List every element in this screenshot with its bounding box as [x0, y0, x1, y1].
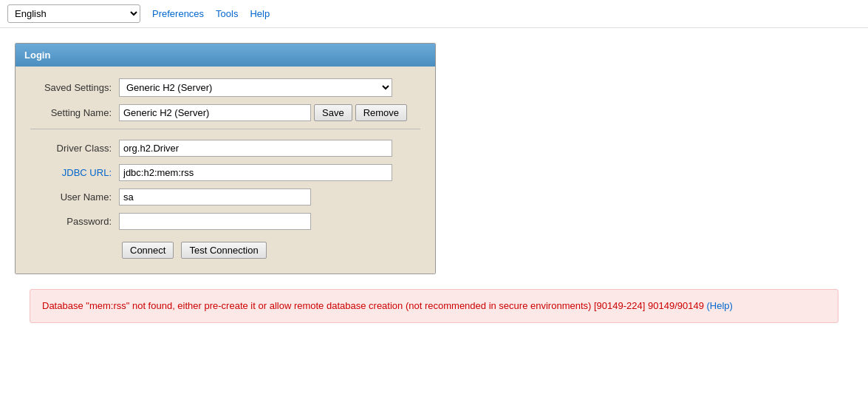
- driver-class-input[interactable]: [119, 140, 392, 157]
- password-input[interactable]: [119, 213, 311, 230]
- saved-settings-label: Saved Settings:: [30, 82, 119, 93]
- action-buttons-row: Connect Test Connection: [119, 242, 420, 259]
- login-panel-body: Saved Settings: Generic H2 (Server)Gener…: [16, 67, 435, 274]
- saved-settings-select[interactable]: Generic H2 (Server)Generic H2 (Embedded)…: [119, 78, 392, 97]
- driver-class-label: Driver Class:: [30, 143, 119, 154]
- remove-button[interactable]: Remove: [355, 104, 407, 121]
- jdbc-url-input[interactable]: [119, 164, 392, 181]
- user-name-row: User Name:: [30, 188, 420, 206]
- jdbc-url-label: JDBC URL:: [30, 167, 119, 178]
- save-button[interactable]: Save: [314, 104, 352, 121]
- error-help-link[interactable]: (Help): [707, 300, 733, 311]
- preferences-link[interactable]: Preferences: [152, 8, 204, 19]
- test-connection-button[interactable]: Test Connection: [181, 242, 266, 259]
- saved-settings-row: Saved Settings: Generic H2 (Server)Gener…: [30, 78, 420, 97]
- password-row: Password:: [30, 213, 420, 230]
- connect-button[interactable]: Connect: [122, 242, 174, 259]
- top-bar: English Preferences Tools Help: [0, 0, 868, 28]
- divider: [30, 129, 420, 129]
- jdbc-url-row: JDBC URL:: [30, 164, 420, 181]
- login-panel-header: Login: [16, 44, 435, 67]
- setting-name-input[interactable]: [119, 104, 311, 121]
- main-content: Login Saved Settings: Generic H2 (Server…: [0, 28, 868, 353]
- login-panel-title: Login: [24, 50, 50, 61]
- password-label: Password:: [30, 216, 119, 227]
- help-link[interactable]: Help: [250, 8, 270, 19]
- setting-name-row: Setting Name: Save Remove: [30, 104, 420, 121]
- driver-class-row: Driver Class:: [30, 140, 420, 157]
- tools-link[interactable]: Tools: [216, 8, 238, 19]
- user-name-label: User Name:: [30, 191, 119, 203]
- error-bar: Database "mem:rss" not found, either pre…: [30, 289, 838, 323]
- login-panel: Login Saved Settings: Generic H2 (Server…: [15, 43, 436, 274]
- user-name-input[interactable]: [119, 188, 311, 206]
- language-select[interactable]: English: [7, 4, 140, 23]
- setting-name-label: Setting Name:: [30, 107, 119, 118]
- error-message: Database "mem:rss" not found, either pre…: [42, 300, 707, 311]
